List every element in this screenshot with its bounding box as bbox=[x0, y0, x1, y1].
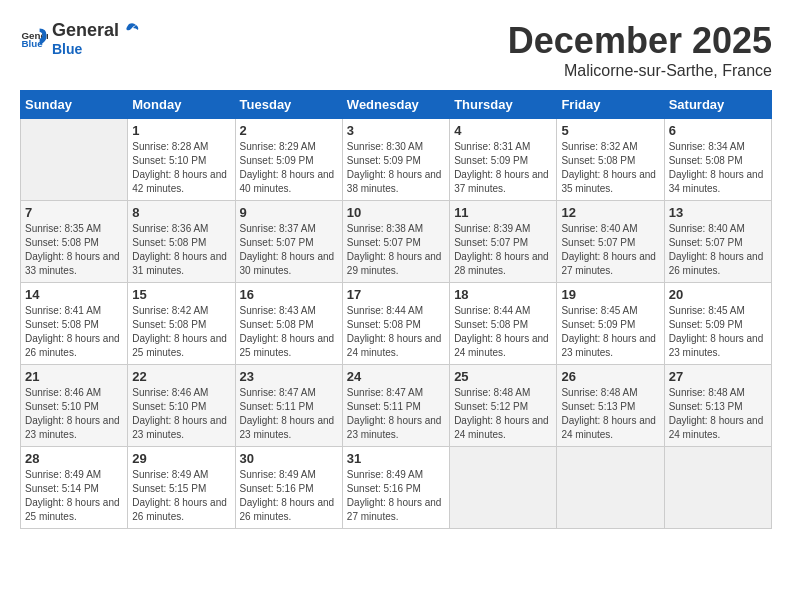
calendar-week-row: 28 Sunrise: 8:49 AM Sunset: 5:14 PM Dayl… bbox=[21, 447, 772, 529]
day-info: Sunrise: 8:34 AM Sunset: 5:08 PM Dayligh… bbox=[669, 140, 767, 196]
day-number: 27 bbox=[669, 369, 767, 384]
logo-bird-icon bbox=[119, 21, 139, 41]
day-number: 5 bbox=[561, 123, 659, 138]
day-number: 7 bbox=[25, 205, 123, 220]
calendar-header-row: SundayMondayTuesdayWednesdayThursdayFrid… bbox=[21, 91, 772, 119]
calendar-cell: 12 Sunrise: 8:40 AM Sunset: 5:07 PM Dayl… bbox=[557, 201, 664, 283]
day-number: 20 bbox=[669, 287, 767, 302]
calendar-cell: 24 Sunrise: 8:47 AM Sunset: 5:11 PM Dayl… bbox=[342, 365, 449, 447]
calendar-cell: 25 Sunrise: 8:48 AM Sunset: 5:12 PM Dayl… bbox=[450, 365, 557, 447]
calendar-cell: 15 Sunrise: 8:42 AM Sunset: 5:08 PM Dayl… bbox=[128, 283, 235, 365]
day-number: 1 bbox=[132, 123, 230, 138]
calendar-cell: 30 Sunrise: 8:49 AM Sunset: 5:16 PM Dayl… bbox=[235, 447, 342, 529]
header-tuesday: Tuesday bbox=[235, 91, 342, 119]
calendar-cell: 17 Sunrise: 8:44 AM Sunset: 5:08 PM Dayl… bbox=[342, 283, 449, 365]
day-number: 10 bbox=[347, 205, 445, 220]
calendar-cell: 16 Sunrise: 8:43 AM Sunset: 5:08 PM Dayl… bbox=[235, 283, 342, 365]
day-number: 19 bbox=[561, 287, 659, 302]
header-wednesday: Wednesday bbox=[342, 91, 449, 119]
logo-icon: General Blue bbox=[20, 25, 48, 53]
day-info: Sunrise: 8:42 AM Sunset: 5:08 PM Dayligh… bbox=[132, 304, 230, 360]
calendar-cell bbox=[664, 447, 771, 529]
calendar-table: SundayMondayTuesdayWednesdayThursdayFrid… bbox=[20, 90, 772, 529]
day-number: 9 bbox=[240, 205, 338, 220]
svg-text:Blue: Blue bbox=[21, 38, 43, 49]
header-sunday: Sunday bbox=[21, 91, 128, 119]
calendar-cell bbox=[450, 447, 557, 529]
calendar-cell: 4 Sunrise: 8:31 AM Sunset: 5:09 PM Dayli… bbox=[450, 119, 557, 201]
day-number: 21 bbox=[25, 369, 123, 384]
day-info: Sunrise: 8:35 AM Sunset: 5:08 PM Dayligh… bbox=[25, 222, 123, 278]
day-number: 6 bbox=[669, 123, 767, 138]
calendar-cell: 18 Sunrise: 8:44 AM Sunset: 5:08 PM Dayl… bbox=[450, 283, 557, 365]
day-info: Sunrise: 8:47 AM Sunset: 5:11 PM Dayligh… bbox=[240, 386, 338, 442]
day-info: Sunrise: 8:38 AM Sunset: 5:07 PM Dayligh… bbox=[347, 222, 445, 278]
day-info: Sunrise: 8:46 AM Sunset: 5:10 PM Dayligh… bbox=[132, 386, 230, 442]
day-info: Sunrise: 8:44 AM Sunset: 5:08 PM Dayligh… bbox=[347, 304, 445, 360]
calendar-cell: 8 Sunrise: 8:36 AM Sunset: 5:08 PM Dayli… bbox=[128, 201, 235, 283]
day-info: Sunrise: 8:41 AM Sunset: 5:08 PM Dayligh… bbox=[25, 304, 123, 360]
logo-general-text: General bbox=[52, 20, 119, 41]
day-info: Sunrise: 8:44 AM Sunset: 5:08 PM Dayligh… bbox=[454, 304, 552, 360]
calendar-cell: 27 Sunrise: 8:48 AM Sunset: 5:13 PM Dayl… bbox=[664, 365, 771, 447]
day-number: 4 bbox=[454, 123, 552, 138]
day-number: 8 bbox=[132, 205, 230, 220]
day-number: 15 bbox=[132, 287, 230, 302]
day-info: Sunrise: 8:48 AM Sunset: 5:12 PM Dayligh… bbox=[454, 386, 552, 442]
day-info: Sunrise: 8:47 AM Sunset: 5:11 PM Dayligh… bbox=[347, 386, 445, 442]
day-number: 11 bbox=[454, 205, 552, 220]
day-info: Sunrise: 8:49 AM Sunset: 5:14 PM Dayligh… bbox=[25, 468, 123, 524]
month-title: December 2025 bbox=[508, 20, 772, 62]
day-info: Sunrise: 8:32 AM Sunset: 5:08 PM Dayligh… bbox=[561, 140, 659, 196]
calendar-cell bbox=[21, 119, 128, 201]
day-number: 30 bbox=[240, 451, 338, 466]
calendar-cell: 1 Sunrise: 8:28 AM Sunset: 5:10 PM Dayli… bbox=[128, 119, 235, 201]
day-info: Sunrise: 8:30 AM Sunset: 5:09 PM Dayligh… bbox=[347, 140, 445, 196]
day-info: Sunrise: 8:49 AM Sunset: 5:16 PM Dayligh… bbox=[240, 468, 338, 524]
calendar-cell: 28 Sunrise: 8:49 AM Sunset: 5:14 PM Dayl… bbox=[21, 447, 128, 529]
header-friday: Friday bbox=[557, 91, 664, 119]
day-info: Sunrise: 8:45 AM Sunset: 5:09 PM Dayligh… bbox=[561, 304, 659, 360]
calendar-cell: 10 Sunrise: 8:38 AM Sunset: 5:07 PM Dayl… bbox=[342, 201, 449, 283]
day-info: Sunrise: 8:43 AM Sunset: 5:08 PM Dayligh… bbox=[240, 304, 338, 360]
calendar-cell: 9 Sunrise: 8:37 AM Sunset: 5:07 PM Dayli… bbox=[235, 201, 342, 283]
day-number: 16 bbox=[240, 287, 338, 302]
day-info: Sunrise: 8:46 AM Sunset: 5:10 PM Dayligh… bbox=[25, 386, 123, 442]
calendar-cell: 7 Sunrise: 8:35 AM Sunset: 5:08 PM Dayli… bbox=[21, 201, 128, 283]
header-monday: Monday bbox=[128, 91, 235, 119]
day-number: 22 bbox=[132, 369, 230, 384]
day-number: 18 bbox=[454, 287, 552, 302]
calendar-cell: 20 Sunrise: 8:45 AM Sunset: 5:09 PM Dayl… bbox=[664, 283, 771, 365]
location-title: Malicorne-sur-Sarthe, France bbox=[508, 62, 772, 80]
day-info: Sunrise: 8:28 AM Sunset: 5:10 PM Dayligh… bbox=[132, 140, 230, 196]
day-number: 25 bbox=[454, 369, 552, 384]
day-number: 26 bbox=[561, 369, 659, 384]
day-info: Sunrise: 8:48 AM Sunset: 5:13 PM Dayligh… bbox=[561, 386, 659, 442]
calendar-week-row: 14 Sunrise: 8:41 AM Sunset: 5:08 PM Dayl… bbox=[21, 283, 772, 365]
day-info: Sunrise: 8:40 AM Sunset: 5:07 PM Dayligh… bbox=[669, 222, 767, 278]
day-info: Sunrise: 8:39 AM Sunset: 5:07 PM Dayligh… bbox=[454, 222, 552, 278]
day-number: 3 bbox=[347, 123, 445, 138]
header-saturday: Saturday bbox=[664, 91, 771, 119]
calendar-cell: 21 Sunrise: 8:46 AM Sunset: 5:10 PM Dayl… bbox=[21, 365, 128, 447]
day-info: Sunrise: 8:31 AM Sunset: 5:09 PM Dayligh… bbox=[454, 140, 552, 196]
day-info: Sunrise: 8:48 AM Sunset: 5:13 PM Dayligh… bbox=[669, 386, 767, 442]
calendar-cell: 13 Sunrise: 8:40 AM Sunset: 5:07 PM Dayl… bbox=[664, 201, 771, 283]
calendar-week-row: 7 Sunrise: 8:35 AM Sunset: 5:08 PM Dayli… bbox=[21, 201, 772, 283]
day-number: 12 bbox=[561, 205, 659, 220]
title-section: December 2025 Malicorne-sur-Sarthe, Fran… bbox=[508, 20, 772, 80]
day-number: 29 bbox=[132, 451, 230, 466]
calendar-cell: 26 Sunrise: 8:48 AM Sunset: 5:13 PM Dayl… bbox=[557, 365, 664, 447]
header: General Blue General Blue December 2025 … bbox=[20, 20, 772, 80]
day-info: Sunrise: 8:40 AM Sunset: 5:07 PM Dayligh… bbox=[561, 222, 659, 278]
calendar-week-row: 1 Sunrise: 8:28 AM Sunset: 5:10 PM Dayli… bbox=[21, 119, 772, 201]
logo-blue-text: Blue bbox=[52, 41, 139, 57]
day-info: Sunrise: 8:45 AM Sunset: 5:09 PM Dayligh… bbox=[669, 304, 767, 360]
day-info: Sunrise: 8:49 AM Sunset: 5:16 PM Dayligh… bbox=[347, 468, 445, 524]
day-number: 23 bbox=[240, 369, 338, 384]
calendar-cell: 5 Sunrise: 8:32 AM Sunset: 5:08 PM Dayli… bbox=[557, 119, 664, 201]
day-info: Sunrise: 8:49 AM Sunset: 5:15 PM Dayligh… bbox=[132, 468, 230, 524]
calendar-cell: 19 Sunrise: 8:45 AM Sunset: 5:09 PM Dayl… bbox=[557, 283, 664, 365]
calendar-cell bbox=[557, 447, 664, 529]
day-number: 13 bbox=[669, 205, 767, 220]
